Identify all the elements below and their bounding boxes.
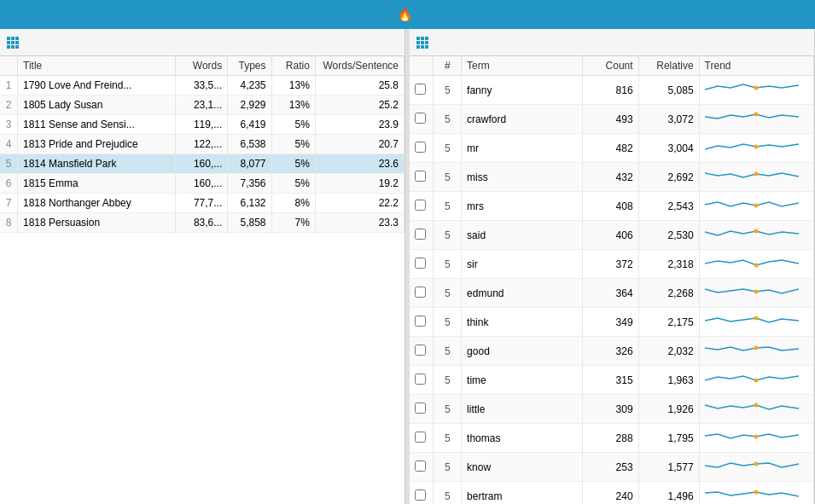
sparkline-svg xyxy=(705,369,799,388)
row-checkbox[interactable] xyxy=(415,171,426,182)
row-checkbox-cell[interactable] xyxy=(410,134,434,163)
row-hash: 5 xyxy=(434,453,462,482)
row-checkbox[interactable] xyxy=(415,142,426,153)
row-checkbox[interactable] xyxy=(415,374,426,385)
row-checkbox-cell[interactable] xyxy=(410,163,434,192)
row-checkbox-cell[interactable] xyxy=(410,366,434,395)
col-ratio[interactable]: Ratio xyxy=(271,56,315,76)
row-ratio: 8% xyxy=(271,194,315,213)
svg-rect-7 xyxy=(11,45,15,49)
row-checkbox[interactable] xyxy=(415,84,426,95)
table-row[interactable]: 6 1815 Emma 160,... 7,356 5% 19.2 xyxy=(0,174,405,194)
row-checkbox-cell[interactable] xyxy=(410,76,434,105)
row-hash: 5 xyxy=(434,366,462,395)
sparkline-svg xyxy=(705,108,799,127)
row-ratio: 7% xyxy=(271,213,315,233)
row-trend xyxy=(699,221,813,250)
row-checkbox[interactable] xyxy=(415,461,426,472)
table-row[interactable]: 8 1818 Persuasion 83,6... 5,858 7% 23.3 xyxy=(0,213,405,233)
col-trend[interactable]: Trend xyxy=(699,56,813,76)
list-item[interactable]: 5 fanny 816 5,085 xyxy=(410,76,814,105)
row-checkbox-cell[interactable] xyxy=(410,105,434,134)
svg-rect-2 xyxy=(15,37,19,40)
row-words: 160,... xyxy=(175,174,228,194)
col-count[interactable]: Count xyxy=(583,56,639,76)
documents-table-container: Title Words Types Ratio Words/Sentence 1… xyxy=(0,56,405,504)
list-item[interactable]: 5 mrs 408 2,543 xyxy=(410,192,814,221)
col-wps[interactable]: Words/Sentence xyxy=(315,56,404,76)
row-types: 8,077 xyxy=(228,154,271,174)
list-item[interactable]: 5 know 253 1,577 xyxy=(410,453,814,482)
row-term: time xyxy=(462,366,583,395)
row-checkbox-cell[interactable] xyxy=(410,337,434,366)
svg-rect-11 xyxy=(425,37,428,40)
list-item[interactable]: 5 miss 432 2,692 xyxy=(410,163,814,192)
row-wps: 23.6 xyxy=(315,154,404,174)
row-hash: 5 xyxy=(434,221,462,250)
row-checkbox-cell[interactable] xyxy=(410,250,434,279)
col-words[interactable]: Words xyxy=(175,56,228,76)
list-item[interactable]: 5 edmund 364 2,268 xyxy=(410,279,814,308)
table-row[interactable]: 4 1813 Pride and Prejudice 122,... 6,538… xyxy=(0,135,405,154)
sparkline-svg xyxy=(705,398,799,417)
svg-point-25 xyxy=(754,290,758,294)
table-row[interactable]: 1 1790 Love And Freind... 33,5... 4,235 … xyxy=(0,76,405,96)
svg-point-30 xyxy=(754,435,758,439)
row-checkbox[interactable] xyxy=(415,287,426,298)
list-item[interactable]: 5 said 406 2,530 xyxy=(410,221,814,250)
col-types[interactable]: Types xyxy=(228,56,271,76)
list-item[interactable]: 5 time 315 1,963 xyxy=(410,366,814,395)
row-checkbox[interactable] xyxy=(415,403,426,414)
row-checkbox[interactable] xyxy=(415,229,426,240)
svg-point-26 xyxy=(754,316,758,321)
svg-point-29 xyxy=(754,403,758,408)
row-checkbox-cell[interactable] xyxy=(410,424,434,453)
col-hash[interactable]: # xyxy=(434,56,462,76)
row-checkbox[interactable] xyxy=(415,258,426,269)
table-row[interactable]: 7 1818 Northanger Abbey 77,7... 6,132 8%… xyxy=(0,194,405,213)
row-checkbox[interactable] xyxy=(415,432,426,443)
row-checkbox-cell[interactable] xyxy=(410,453,434,482)
row-checkbox-cell[interactable] xyxy=(410,192,434,221)
list-item[interactable]: 5 little 309 1,926 xyxy=(410,395,814,424)
row-term: know xyxy=(462,453,583,482)
table-row[interactable]: 5 1814 Mansfield Park 160,... 8,077 5% 2… xyxy=(0,154,405,174)
app-logo-icon: 🔥 xyxy=(397,7,413,22)
svg-point-19 xyxy=(754,113,758,117)
sparkline-svg xyxy=(705,166,799,185)
col-term[interactable]: Term xyxy=(462,56,583,76)
row-checkbox[interactable] xyxy=(415,200,426,211)
row-types: 6,538 xyxy=(228,135,271,154)
svg-rect-9 xyxy=(416,37,420,40)
sparkline-svg xyxy=(705,79,799,98)
row-checkbox[interactable] xyxy=(415,113,426,124)
sparkline-svg xyxy=(705,311,799,330)
row-checkbox-cell[interactable] xyxy=(410,279,434,308)
row-ratio: 13% xyxy=(271,76,315,96)
row-checkbox[interactable] xyxy=(415,345,426,356)
col-title[interactable]: Title xyxy=(18,56,176,76)
list-item[interactable]: 5 good 326 2,032 xyxy=(410,337,814,366)
grid-icon-right xyxy=(416,37,428,49)
row-term: thomas xyxy=(462,424,583,453)
row-checkbox-cell[interactable] xyxy=(410,221,434,250)
row-checkbox[interactable] xyxy=(415,316,426,327)
documents-table: Title Words Types Ratio Words/Sentence 1… xyxy=(0,56,405,233)
row-trend xyxy=(699,163,813,192)
list-item[interactable]: 5 thomas 288 1,795 xyxy=(410,424,814,453)
row-checkbox-cell[interactable] xyxy=(410,308,434,337)
list-item[interactable]: 5 mr 482 3,004 xyxy=(410,134,814,163)
row-count: 349 xyxy=(583,308,639,337)
svg-rect-17 xyxy=(425,45,428,49)
table-row[interactable]: 3 1811 Sense and Sensi... 119,... 6,419 … xyxy=(0,115,405,135)
row-checkbox-cell[interactable] xyxy=(410,482,434,505)
list-item[interactable]: 5 bertram 240 1,496 xyxy=(410,482,814,505)
list-item[interactable]: 5 crawford 493 3,072 xyxy=(410,105,814,134)
row-wps: 25.2 xyxy=(315,96,404,115)
row-checkbox-cell[interactable] xyxy=(410,395,434,424)
table-row[interactable]: 2 1805 Lady Susan 23,1... 2,929 13% 25.2 xyxy=(0,96,405,115)
list-item[interactable]: 5 think 349 2,175 xyxy=(410,308,814,337)
list-item[interactable]: 5 sir 372 2,318 xyxy=(410,250,814,279)
col-relative[interactable]: Relative xyxy=(638,56,699,76)
row-checkbox[interactable] xyxy=(415,490,426,501)
